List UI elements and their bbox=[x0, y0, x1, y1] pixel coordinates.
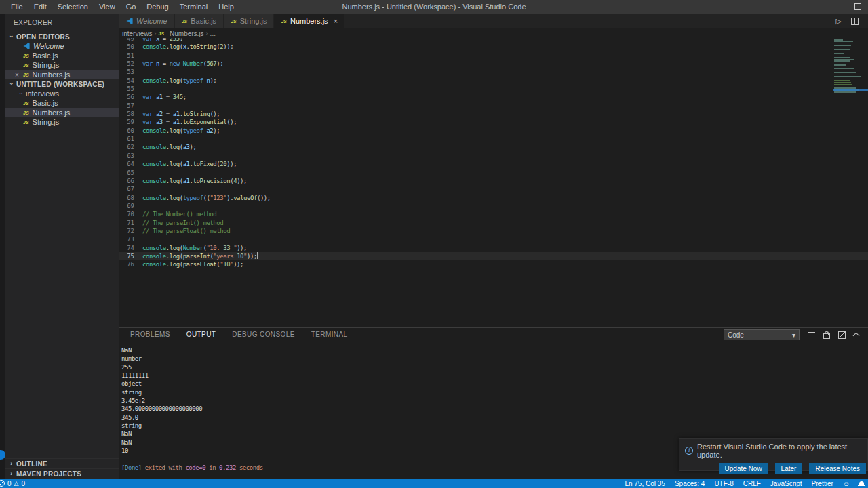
panel-tab-problems[interactable]: PROBLEMS bbox=[130, 328, 170, 342]
folder-interviews[interactable]: ›interviews bbox=[5, 89, 119, 98]
restore-icon[interactable] bbox=[848, 0, 868, 14]
open-editor-basic-js[interactable]: JSBasic.js bbox=[5, 51, 119, 60]
code-line[interactable]: 73 bbox=[119, 235, 868, 243]
code-line[interactable]: 74console.log(Number("10. 33 ")); bbox=[119, 244, 868, 252]
code-line[interactable]: 54console.log(typeof n); bbox=[119, 77, 868, 85]
token: = bbox=[166, 94, 173, 100]
code-line[interactable]: 61 bbox=[119, 135, 868, 143]
token: log bbox=[170, 178, 180, 184]
open-editor-welcome[interactable]: Welcome bbox=[5, 41, 119, 51]
code-line[interactable]: 71// The parseInt() method bbox=[119, 219, 868, 227]
code-line[interactable]: 60console.log(typeof a2); bbox=[119, 127, 868, 135]
status-spaces--4[interactable]: Spaces: 4 bbox=[675, 480, 705, 487]
code-line[interactable]: 51 bbox=[119, 52, 868, 60]
section-outline[interactable]: ›OUTLINE bbox=[5, 458, 119, 468]
breadcrumb-file[interactable]: Numbers.js bbox=[170, 30, 204, 37]
breadcrumb[interactable]: interviews › JS Numbers.js › ... bbox=[119, 28, 868, 38]
breadcrumb-folder[interactable]: interviews bbox=[122, 30, 152, 37]
tab-welcome[interactable]: Welcome bbox=[119, 14, 174, 28]
menu-file[interactable]: File bbox=[5, 0, 28, 14]
panel-tab-debug-console[interactable]: DEBUG CONSOLE bbox=[232, 328, 294, 342]
feedback-smiley-icon[interactable]: ☺ bbox=[843, 480, 850, 487]
code-line[interactable]: 75console.log(parseInt("years 10")); bbox=[119, 252, 868, 260]
tab-basic-js[interactable]: JSBasic.js bbox=[175, 14, 223, 28]
open-editors-header[interactable]: ›OPEN EDITORS bbox=[5, 32, 119, 41]
menu-bar: FileEditSelectionViewGoDebugTerminalHelp bbox=[0, 0, 239, 14]
lock-scroll-icon[interactable] bbox=[823, 333, 830, 339]
code-line[interactable]: 72// The parseFloat() method bbox=[119, 227, 868, 235]
release-notes-button[interactable]: Release Notes bbox=[809, 463, 866, 474]
workspace-header[interactable]: ›UNTITLED (WORKSPACE) bbox=[5, 79, 119, 89]
close-icon[interactable]: × bbox=[334, 17, 338, 25]
panel-tab-output[interactable]: OUTPUT bbox=[186, 328, 216, 342]
code-line[interactable]: 56var a1 = 345; bbox=[119, 93, 868, 101]
minimap[interactable] bbox=[833, 38, 868, 119]
menu-view[interactable]: View bbox=[94, 0, 121, 14]
maximize-panel-icon[interactable] bbox=[853, 333, 860, 340]
status-crlf[interactable]: CRLF bbox=[743, 480, 761, 487]
close-icon[interactable]: × bbox=[15, 71, 23, 79]
token: seconds bbox=[236, 464, 263, 471]
token: "123" bbox=[210, 195, 226, 201]
run-button[interactable]: ▷ bbox=[836, 17, 842, 26]
menu-go[interactable]: Go bbox=[121, 0, 142, 14]
clear-output-icon[interactable] bbox=[838, 331, 846, 339]
later-button[interactable]: Later bbox=[775, 463, 803, 474]
open-editor-numbers-js[interactable]: ×JSNumbers.js bbox=[5, 70, 119, 79]
token: exited with bbox=[142, 464, 186, 471]
menu-selection[interactable]: Selection bbox=[52, 0, 94, 14]
code-line[interactable]: 66console.log(a1.toPrecision(4)); bbox=[119, 177, 868, 185]
menu-edit[interactable]: Edit bbox=[28, 0, 52, 14]
update-now-button[interactable]: Update Now bbox=[719, 463, 768, 474]
code-line[interactable]: 63 bbox=[119, 152, 868, 160]
code-line[interactable]: 50console.log(x.toString(2)); bbox=[119, 43, 868, 51]
problems-status[interactable]: 0 △ 0 bbox=[1, 480, 25, 487]
code-line[interactable]: 68console.log(typeof(("123").valueOf()); bbox=[119, 194, 868, 202]
status-prettier[interactable]: Prettier bbox=[812, 480, 833, 487]
status-ln-75--col-35[interactable]: Ln 75, Col 35 bbox=[625, 480, 665, 487]
output-channel-select[interactable]: Code▾ bbox=[724, 329, 800, 340]
code-line[interactable]: 59var a3 = a1.toExponential(); bbox=[119, 118, 868, 126]
tab-string-js[interactable]: JSString.js bbox=[224, 14, 273, 28]
status-javascript[interactable]: JavaScript bbox=[770, 480, 802, 487]
code-line[interactable]: 64console.log(a1.toFixed(20)); bbox=[119, 160, 868, 168]
code-line[interactable]: 62console.log(a3); bbox=[119, 143, 868, 151]
code-line[interactable]: 53 bbox=[119, 68, 868, 76]
open-editor-string-js[interactable]: JSString.js bbox=[5, 60, 119, 70]
open-log-file-icon[interactable] bbox=[808, 332, 815, 338]
code-line[interactable]: 70// The Number() method bbox=[119, 210, 868, 218]
minimize-icon[interactable] bbox=[827, 0, 848, 14]
code-line[interactable]: 55 bbox=[119, 85, 868, 93]
code-line[interactable]: 49var x = 255; bbox=[119, 38, 868, 43]
menu-help[interactable]: Help bbox=[213, 0, 239, 14]
chevron-right-icon: › bbox=[206, 30, 208, 37]
code-editor[interactable]: 49var x = 255;50console.log(x.toString(2… bbox=[119, 38, 868, 328]
panel-tab-terminal[interactable]: TERMINAL bbox=[311, 328, 348, 342]
file-numbers-js[interactable]: JSNumbers.js bbox=[5, 108, 119, 117]
code-line[interactable]: 67 bbox=[119, 185, 868, 193]
token: )); bbox=[226, 161, 237, 167]
token: )); bbox=[237, 245, 247, 251]
bell-icon[interactable] bbox=[859, 481, 864, 485]
code-text: console.log(a3); bbox=[142, 143, 197, 151]
code-line[interactable]: 58var a2 = a1.toString(); bbox=[119, 110, 868, 118]
window-controls bbox=[827, 0, 868, 14]
code-line[interactable]: 52var n = new Number(567); bbox=[119, 60, 868, 68]
file-string-js[interactable]: JSString.js bbox=[5, 117, 119, 127]
file-basic-js[interactable]: JSBasic.js bbox=[5, 98, 119, 108]
menu-terminal[interactable]: Terminal bbox=[174, 0, 214, 14]
minimap-line bbox=[834, 57, 850, 58]
tab-numbers-js[interactable]: JSNumbers.js× bbox=[274, 14, 344, 28]
code-line[interactable]: 65 bbox=[119, 169, 868, 177]
menu-debug[interactable]: Debug bbox=[141, 0, 174, 14]
token: valueOf bbox=[233, 195, 257, 201]
code-line[interactable]: 76console.log(parseFloat("10")); bbox=[119, 260, 868, 268]
js-file-icon: JS bbox=[23, 110, 29, 115]
breadcrumb-symbol[interactable]: ... bbox=[210, 30, 216, 37]
split-editor-icon[interactable] bbox=[851, 18, 859, 25]
status-utf-8[interactable]: UTF-8 bbox=[714, 480, 733, 487]
token: a2 bbox=[206, 127, 213, 134]
code-line[interactable]: 57 bbox=[119, 102, 868, 110]
section-maven-projects[interactable]: ›MAVEN PROJECTS bbox=[5, 468, 119, 479]
code-line[interactable]: 69 bbox=[119, 202, 868, 210]
